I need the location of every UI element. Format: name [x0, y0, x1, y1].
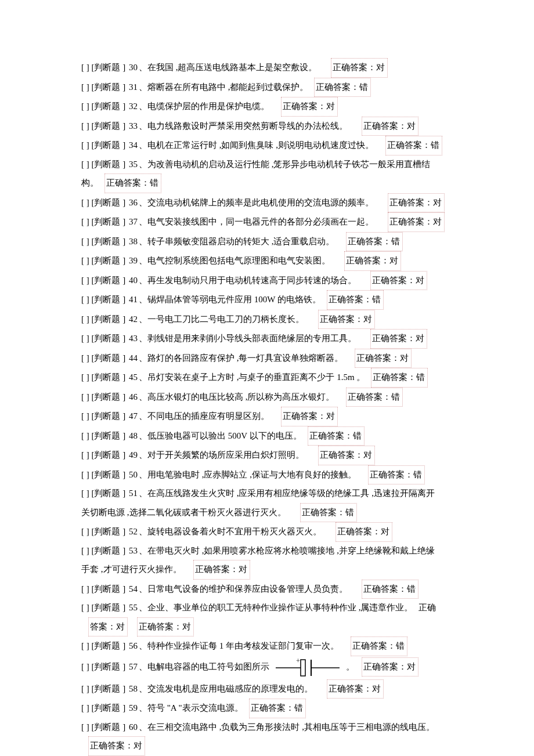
svg-text:+: +	[296, 657, 300, 665]
question-prefix: [ ] [判断题 ]	[81, 641, 128, 650]
question-number: 50	[129, 470, 138, 479]
question-number: 37	[129, 217, 138, 226]
question-prefix: [ ] [判断题 ]	[81, 160, 128, 169]
answer-box: 正确答案：错	[300, 503, 357, 523]
question-suffix: 。	[346, 662, 355, 671]
question-text: 、用电笔验电时 ,应赤脚站立 ,保证与大地有良好的接触。	[139, 470, 356, 479]
question-prefix: [ ] [判断题 ]	[81, 431, 128, 440]
question-prefix: [ ] [判断题 ]	[81, 392, 128, 401]
answer-box: 答案：对	[88, 617, 128, 637]
question-line-continuation: 手套 ,才可进行灭火操作。正确答案：对	[81, 560, 464, 580]
answer-box: 正确答案：对	[388, 212, 445, 232]
question-text: 、吊灯安装在桌子上方时 ,与桌子的垂直距离不少于 1.5m 。	[139, 372, 365, 382]
answer-box: 正确答案：对	[331, 58, 388, 78]
question-text: 、熔断器在所有电路中 ,都能起到过载保护。	[139, 82, 309, 92]
answer-box: 正确答案：错	[249, 699, 306, 718]
question-line: [ ] [判断题 ] 54、日常电气设备的维护和保养应由设备管理人员负责。正确答…	[81, 580, 464, 599]
question-number: 33	[129, 121, 138, 131]
question-prefix: [ ] [判断题 ]	[81, 662, 128, 671]
question-prefix: [ ] [判断题 ]	[81, 140, 128, 150]
question-prefix: [ ] [判断题 ]	[81, 334, 128, 343]
answer-box: 正确答案：对	[327, 679, 384, 699]
svg-rect-2	[301, 660, 305, 676]
question-line: [ ] [判断题 ] 43、剥线钳是用来剥削小导线头部表面绝缘层的专用工具。正确…	[81, 329, 464, 349]
question-line: [ ] [判断题 ] 50、用电笔验电时 ,应赤脚站立 ,保证与大地有良好的接触…	[81, 465, 464, 485]
question-prefix: [ ] [判断题 ]	[81, 102, 128, 111]
answer-box: 正确答案：错	[104, 173, 161, 193]
question-line: [ ] [判断题 ] 47、不同电压的插座应有明显区别。正确答案：对	[81, 407, 464, 426]
question-number: 40	[129, 276, 138, 285]
question-prefix: [ ] [判断题 ]	[81, 237, 128, 246]
question-number: 51	[129, 489, 138, 498]
question-line: [ ] [判断题 ] 58、交流发电机是应用电磁感应的原理发电的。正确答案：对	[81, 679, 464, 699]
answer-box: 正确答案：错	[327, 290, 384, 310]
question-number: 59	[129, 703, 138, 712]
question-line: [ ] [判断题 ] 40、再生发电制动只用于电动机转速高于同步转速的场合。正确…	[81, 271, 464, 291]
answer-box: 正确答案：对	[370, 329, 427, 349]
answer-box: 正确答案：对	[344, 251, 401, 271]
question-prefix: [ ] [判断题 ]	[81, 295, 128, 304]
question-number: 31	[129, 82, 138, 92]
answer-box: 正确答案：错	[351, 636, 407, 656]
question-prefix: [ ] [判断题 ]	[81, 703, 128, 712]
question-number: 36	[129, 198, 138, 207]
question-text: 、在我国 ,超高压送电线路基本上是架空敷设。	[139, 63, 317, 72]
question-text: 、企业、事业单位的职工无特种作业操作证从事特种作业 ,属违章作业。	[139, 603, 413, 612]
answer-box: 正确答案：对	[388, 193, 445, 213]
answer-box: 正确答案：错	[362, 580, 418, 599]
question-number: 34	[129, 140, 138, 150]
question-number: 52	[129, 527, 138, 536]
question-text: 、电气安装接线图中，同一电器元件的各部分必须画在一起。	[139, 217, 374, 226]
question-number: 60	[129, 722, 138, 732]
question-number: 55	[129, 603, 138, 612]
question-line: [ ] [判断题 ] 30、在我国 ,超高压送电线路基本上是架空敷设。正确答案：…	[81, 58, 464, 78]
question-number: 32	[129, 102, 138, 111]
answer-box: 正确答案：对	[281, 407, 338, 426]
question-text: 、路灯的各回路应有保护 ,每一灯具宜设单独熔断器。	[139, 353, 344, 363]
question-prefix: [ ] [判断题 ]	[81, 546, 128, 555]
question-text: 、特种作业操作证每 1 年由考核发证部门复审一次。	[139, 641, 339, 650]
question-line: [ ] [判断题 ] 51、在高压线路发生火灾时 ,应采用有相应绝缘等级的绝缘工…	[81, 484, 464, 503]
question-prefix: [ ] [判断题 ]	[81, 63, 128, 72]
question-text: 构。	[81, 178, 99, 187]
question-number: 41	[129, 295, 138, 304]
question-line: [ ] [判断题 ] 60、在三相交流电路中 ,负载为三角形接法时 ,其相电压等…	[81, 718, 464, 737]
question-prefix: [ ] [判断题 ]	[81, 198, 128, 207]
question-line: [ ] [判断题 ] 46、高压水银灯的电压比较高 ,所以称为高压水银灯。正确答…	[81, 388, 464, 407]
question-text: 关切断电源 ,选择二氧化碳或者干粉灭火器进行灭火。	[81, 508, 286, 517]
question-prefix: [ ] [判断题 ]	[81, 470, 128, 479]
question-number: 30	[129, 63, 138, 72]
question-text: 、低压验电器可以验出 500V 以下的电压。	[139, 431, 302, 440]
question-prefix: [ ] [判断题 ]	[81, 450, 128, 460]
question-number: 53	[129, 546, 138, 555]
question-prefix: [ ] [判断题 ]	[81, 584, 128, 594]
question-text: 、对于开关频繁的场所应采用白炽灯照明。	[139, 450, 304, 460]
question-number: 39	[129, 256, 138, 265]
question-text: 、交流发电机是应用电磁感应的原理发电的。	[139, 684, 313, 693]
answer-box: 正确答案：对	[318, 310, 375, 330]
answer-box: 正确答案：对	[193, 560, 250, 580]
question-text: 、电气控制系统图包括电气原理图和电气安装图。	[139, 256, 330, 265]
question-text: 、电力线路敷设时严禁采用突然剪断导线的办法松线。	[139, 121, 348, 131]
question-line: [ ] [判断题 ] 49、对于开关频繁的场所应采用白炽灯照明。正确答案：对	[81, 446, 464, 465]
question-number: 56	[129, 641, 138, 650]
question-line: [ ] [判断题 ] 34、电机在正常运行时 ,如闻到焦臭味 ,则说明电动机速度…	[81, 136, 464, 155]
question-line: [ ] [判断题 ] 37、电气安装接线图中，同一电器元件的各部分必须画在一起。…	[81, 212, 464, 232]
question-line: [ ] [判断题 ] 52、旋转电器设备着火时不宜用干粉灭火器灭火。正确答案：对	[81, 522, 464, 542]
answer-box: 正确答案：对	[362, 117, 418, 136]
answer-box: 正确答案：对	[137, 617, 194, 637]
question-line: [ ] [判断题 ] 39、电气控制系统图包括电气原理图和电气安装图。正确答案：…	[81, 251, 464, 271]
question-text: 、旋转电器设备着火时不宜用干粉灭火器灭火。	[139, 527, 322, 536]
question-line: [ ] [判断题 ] 33、电力线路敷设时严禁采用突然剪断导线的办法松线。正确答…	[81, 117, 464, 136]
question-number: 45	[129, 372, 138, 382]
question-prefix: [ ] [判断题 ]	[81, 722, 128, 732]
answer-box: 正确答案：对	[318, 446, 375, 465]
question-prefix: [ ] [判断题 ]	[81, 121, 128, 131]
question-line: [ ] [判断题 ] 57、电解电容器的电工符号如图所示+。正确答案：对	[81, 656, 464, 679]
question-number: 57	[129, 662, 138, 671]
question-number: 35	[129, 160, 138, 169]
question-prefix: [ ] [判断题 ]	[81, 603, 128, 612]
question-line: [ ] [判断题 ] 53、在带电灭火时 ,如果用喷雾水枪应将水枪喷嘴接地 ,并…	[81, 542, 464, 560]
question-line: [ ] [判断题 ] 38、转子串频敏变阻器启动的转矩大 ,适合重载启动。正确答…	[81, 232, 464, 252]
question-number: 49	[129, 450, 138, 460]
